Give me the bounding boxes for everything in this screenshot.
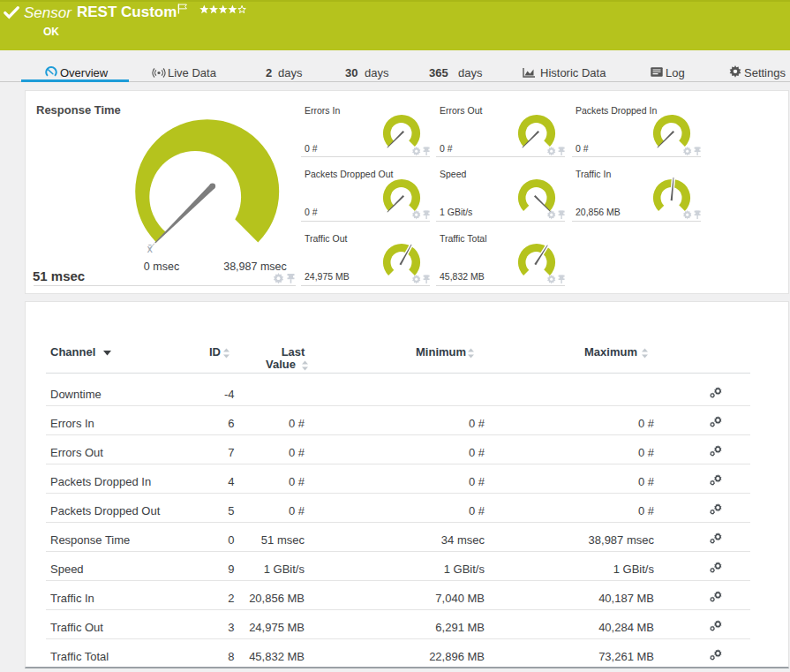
svg-text:x̄: x̄ — [147, 243, 153, 255]
